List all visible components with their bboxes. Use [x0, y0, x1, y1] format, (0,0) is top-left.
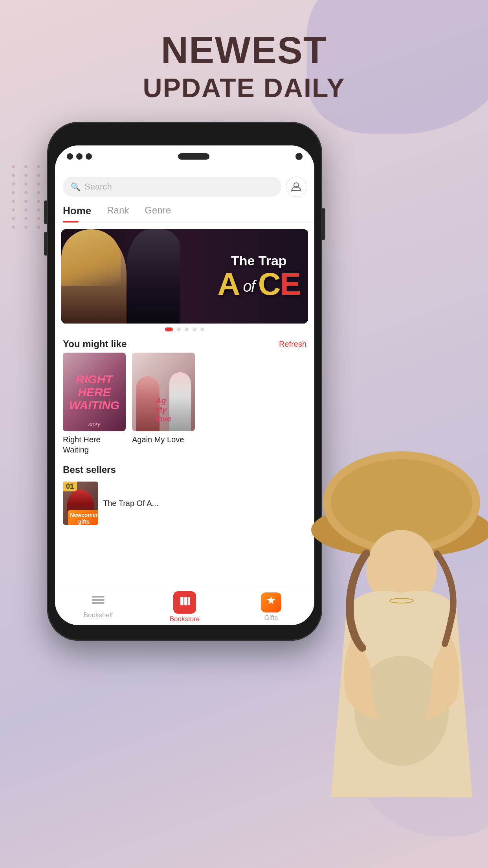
banner[interactable]: The Trap A of CE [61, 229, 308, 324]
book-cover-again-my-love: AgMylove [132, 353, 195, 431]
nav-tabs: Home Rank Genre [55, 202, 314, 223]
tab-genre[interactable]: Genre [145, 205, 171, 223]
newcomer-badge: Newcomergifts [68, 510, 98, 525]
tab-home[interactable]: Home [63, 205, 91, 223]
might-like-header: You might like Refresh [55, 335, 314, 353]
app-content: 🔍 Search Home Rank Genre [55, 167, 314, 625]
headline-line2: UPDATE DAILY [0, 72, 488, 103]
best-seller-1[interactable]: 01 Newcomergifts The Trap Of A... [63, 482, 158, 525]
svg-rect-12 [184, 597, 187, 605]
best-sellers-header: Best sellers [55, 461, 314, 478]
might-like-title: You might like [63, 338, 127, 349]
banner-dots [55, 327, 314, 331]
refresh-button[interactable]: Refresh [279, 340, 306, 349]
svg-rect-11 [180, 597, 183, 605]
book-cover-right-here: RIGHTHEREWAITING story [63, 353, 126, 431]
profile-icon [291, 181, 302, 192]
banner-dot-5[interactable] [200, 327, 204, 331]
profile-button[interactable] [286, 177, 306, 197]
book-row: RIGHTHEREWAITING story Right Here Waitin… [55, 353, 314, 455]
bookshelf-label: Bookshelf [84, 611, 113, 619]
banner-dot-3[interactable] [185, 327, 189, 331]
banner-title: The Trap A of CE [217, 253, 300, 300]
banner-ace: A of CE [217, 268, 300, 300]
banner-dot-2[interactable] [177, 327, 181, 331]
book-title-again: Again My Love [132, 434, 195, 445]
svg-marker-14 [267, 596, 275, 604]
book-card-again-my-love[interactable]: AgMylove Again My Love [132, 353, 195, 455]
svg-rect-8 [92, 596, 105, 598]
best-sellers-row: 01 Newcomergifts The Trap Of A... [55, 478, 314, 528]
bottom-nav-bookshelf[interactable]: Bookshelf [55, 592, 141, 619]
bottom-nav: Bookshelf Bookstore [55, 586, 314, 625]
svg-rect-13 [188, 597, 190, 605]
phone-screen: 🔍 Search Home Rank Genre [55, 145, 314, 625]
banner-image: The Trap A of CE [61, 229, 308, 324]
rank-badge: 01 [63, 482, 77, 491]
person-overlay [307, 443, 488, 797]
best-seller-cover-1: 01 Newcomergifts [63, 482, 98, 525]
gifts-label: Gifts [264, 614, 278, 622]
bottom-nav-bookstore[interactable]: Bookstore [141, 588, 228, 623]
svg-rect-10 [92, 602, 105, 604]
bookstore-icon [173, 591, 196, 614]
phone-frame: 🔍 Search Home Rank Genre [47, 122, 322, 641]
gifts-icon [261, 592, 281, 612]
headline: NEWEST UPDATE DAILY [0, 31, 488, 103]
power-button [322, 208, 325, 240]
book-card-right-here[interactable]: RIGHTHEREWAITING story Right Here Waitin… [63, 353, 126, 455]
vol-up-button [44, 200, 47, 224]
search-icon: 🔍 [71, 182, 81, 191]
bottom-nav-gifts[interactable]: Gifts [228, 589, 314, 622]
best-sellers-title: Best sellers [63, 464, 116, 475]
bookshelf-icon [91, 595, 105, 610]
search-bar[interactable]: 🔍 Search [63, 177, 281, 197]
search-placeholder: Search [84, 182, 112, 192]
banner-dot-4[interactable] [193, 327, 196, 331]
vol-down-button [44, 232, 47, 256]
search-area: 🔍 Search [55, 167, 314, 202]
bookstore-label: Bookstore [170, 615, 200, 623]
headline-line1: NEWEST [0, 31, 488, 69]
banner-dot-1[interactable] [165, 327, 173, 331]
book-title-right-here: Right Here Waiting [63, 434, 126, 455]
best-seller-title-1: The Trap Of A... [103, 499, 158, 508]
tab-rank[interactable]: Rank [107, 205, 129, 223]
svg-rect-9 [92, 599, 105, 601]
